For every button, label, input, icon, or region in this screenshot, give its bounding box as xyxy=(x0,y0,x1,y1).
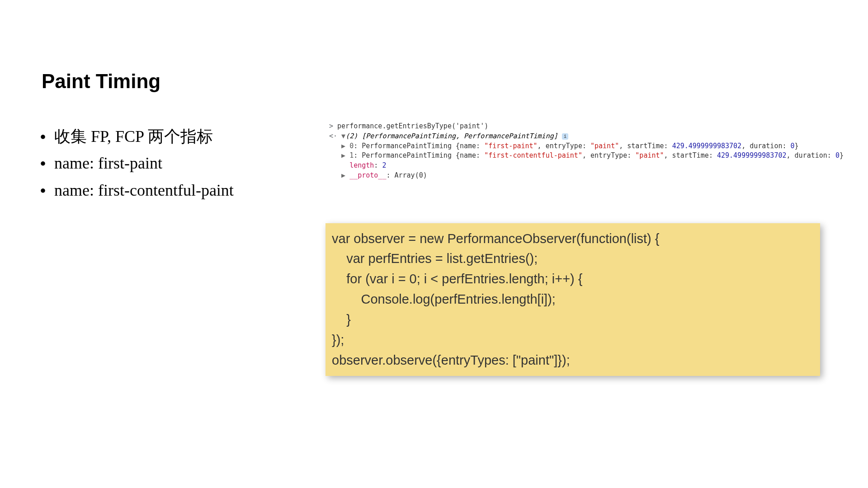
bullet-item: 收集 FP, FCP 两个指标 xyxy=(36,123,307,150)
info-badge-icon: i xyxy=(562,133,569,140)
console-entry-index: 0 xyxy=(349,142,354,150)
console-entry-duration: 0 xyxy=(791,142,795,150)
console-entry-starttime: 429.4999999983702 xyxy=(672,142,742,150)
bullet-item: name: first-contentful-paint xyxy=(36,177,307,204)
console-entry-entrytype: "paint" xyxy=(590,142,619,150)
code-line: var perfEntries = list.getEntries(); xyxy=(332,251,538,266)
console-length-value: 2 xyxy=(382,161,386,169)
page-title: Paint Timing xyxy=(42,70,832,93)
devtools-console-output: > performance.getEntriesByType('paint') … xyxy=(326,120,847,183)
console-array-types: [PerformancePaintTiming, PerformancePain… xyxy=(362,132,557,140)
console-entry-type: PerformancePaintTiming xyxy=(362,142,452,150)
bullet-item: name: first-paint xyxy=(36,150,307,177)
console-entry-duration: 0 xyxy=(835,151,840,160)
bullet-list-area: 收集 FP, FCP 两个指标 name: first-paint name: … xyxy=(36,120,307,376)
console-length-label: length xyxy=(349,161,374,169)
code-line: }); xyxy=(332,333,344,347)
code-line: } xyxy=(332,312,351,327)
console-entry-index: 1 xyxy=(349,151,354,160)
console-proto-label: __proto__ xyxy=(349,171,386,179)
console-entry-name: "first-contentful-paint" xyxy=(484,151,582,160)
console-entry-entrytype: "paint" xyxy=(635,151,664,160)
code-line: observer.observe({entryTypes: ["paint"]}… xyxy=(332,353,570,367)
console-proto-value: Array(0) xyxy=(395,171,427,179)
console-entry-type: PerformancePaintTiming xyxy=(362,151,452,160)
console-entry-starttime: 429.4999999983702 xyxy=(717,151,787,160)
code-snippet: var observer = new PerformanceObserver(f… xyxy=(326,223,820,376)
console-array-length: (2) xyxy=(345,132,362,140)
code-line: var observer = new PerformanceObserver(f… xyxy=(332,231,659,246)
console-entry-name: "first-paint" xyxy=(484,142,537,150)
code-line: for (var i = 0; i < perfEntries.length; … xyxy=(332,272,582,286)
code-line: Console.log(perfEntries.length[i]); xyxy=(332,292,556,306)
console-input-line: performance.getEntriesByType('paint') xyxy=(337,122,488,130)
